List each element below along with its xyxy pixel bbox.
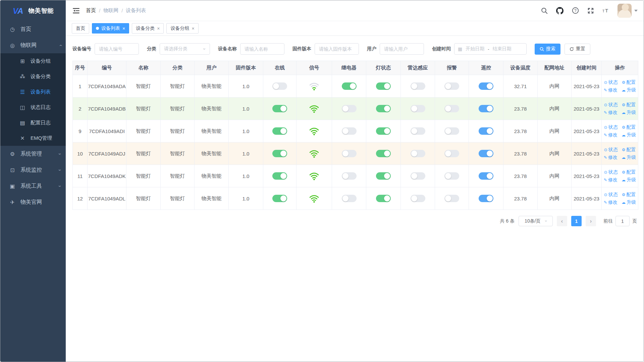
device-no-input[interactable] xyxy=(95,43,139,55)
config-link[interactable]: ⚙配置 xyxy=(622,169,636,175)
current-page-button[interactable]: 1 xyxy=(571,216,582,226)
remote-toggle[interactable] xyxy=(479,150,493,157)
github-icon[interactable] xyxy=(556,7,564,15)
font-size-icon[interactable]: TT xyxy=(602,7,610,15)
alarm-toggle[interactable] xyxy=(444,150,459,157)
status-link[interactable]: ⊙状态 xyxy=(604,169,618,175)
sidebar-item-system-monitor[interactable]: ⊡系统监控› xyxy=(0,162,66,178)
light-toggle[interactable] xyxy=(376,172,391,180)
upgrade-link[interactable]: ☁升级 xyxy=(622,177,636,183)
config-link[interactable]: ⚙配置 xyxy=(622,147,636,153)
goto-page-input[interactable] xyxy=(615,216,630,226)
light-toggle[interactable] xyxy=(376,195,391,202)
close-icon[interactable]: × xyxy=(122,26,125,31)
sidebar-item-status-log[interactable]: ◫状态日志 xyxy=(0,100,66,115)
light-toggle[interactable] xyxy=(376,127,391,135)
light-toggle[interactable] xyxy=(376,150,391,157)
sidebar-item-config-log[interactable]: ▤配置日志 xyxy=(0,115,66,130)
alarm-toggle[interactable] xyxy=(444,82,459,90)
sidebar-item-device-list[interactable]: ☰设备列表 xyxy=(0,84,66,100)
tag-device-category[interactable]: 设备分类× xyxy=(132,23,164,34)
sidebar-item-device-group[interactable]: ⊞设备分组 xyxy=(0,53,66,69)
config-link[interactable]: ⚙配置 xyxy=(622,124,636,130)
edit-link[interactable]: ✎修改 xyxy=(604,87,618,93)
sidebar-item-system-admin[interactable]: ⚙系统管理› xyxy=(0,146,66,162)
edit-link[interactable]: ✎修改 xyxy=(604,132,618,138)
radar-toggle[interactable] xyxy=(411,195,425,202)
search-icon[interactable] xyxy=(540,7,548,15)
tag-device-list[interactable]: 设备列表× xyxy=(92,23,129,34)
remote-toggle[interactable] xyxy=(479,127,493,135)
alarm-toggle[interactable] xyxy=(444,172,459,180)
search-button[interactable]: 搜索 xyxy=(535,44,560,55)
relay-toggle[interactable] xyxy=(342,105,357,112)
edit-link[interactable]: ✎修改 xyxy=(604,199,618,205)
status-link[interactable]: ⊙状态 xyxy=(604,102,618,108)
remote-toggle[interactable] xyxy=(479,105,493,112)
firmware-version-input[interactable] xyxy=(315,43,359,55)
relay-toggle[interactable] xyxy=(342,172,357,180)
breadcrumb-iot[interactable]: 物联网 xyxy=(103,7,118,14)
remote-toggle[interactable] xyxy=(479,195,493,202)
tag-device-group[interactable]: 设备分组× xyxy=(166,23,198,34)
app-logo[interactable]: V A 物美智能 xyxy=(0,0,66,21)
alarm-toggle[interactable] xyxy=(444,127,459,135)
sidebar-item-iot[interactable]: ◎物联网› xyxy=(0,37,66,53)
sidebar-item-official-site[interactable]: ✈物美官网 xyxy=(0,194,66,210)
radar-toggle[interactable] xyxy=(411,127,425,135)
online-toggle[interactable] xyxy=(272,82,287,90)
fullscreen-icon[interactable] xyxy=(587,7,595,15)
close-icon[interactable]: × xyxy=(157,26,160,31)
upgrade-link[interactable]: ☁升级 xyxy=(622,155,636,161)
status-link[interactable]: ⊙状态 xyxy=(604,79,618,85)
tag-home[interactable]: 首页 xyxy=(72,23,89,34)
status-link[interactable]: ⊙状态 xyxy=(604,124,618,130)
edit-link[interactable]: ✎修改 xyxy=(604,177,618,183)
sidebar-item-emq[interactable]: ✕EMQ管理 xyxy=(0,130,66,146)
radar-toggle[interactable] xyxy=(411,82,425,90)
radar-toggle[interactable] xyxy=(411,150,425,157)
radar-toggle[interactable] xyxy=(411,105,425,112)
sidebar-toggle-button[interactable] xyxy=(72,7,80,15)
next-page-button[interactable]: › xyxy=(586,216,596,226)
online-toggle[interactable] xyxy=(272,150,287,157)
category-select[interactable]: 请选择分类› xyxy=(160,43,210,55)
reset-button[interactable]: 重置 xyxy=(565,44,590,55)
config-link[interactable]: ⚙配置 xyxy=(622,102,636,108)
upgrade-link[interactable]: ☁升级 xyxy=(622,110,636,116)
sidebar-item-device-category[interactable]: ⁂设备分类 xyxy=(0,69,66,84)
close-icon[interactable]: × xyxy=(192,26,194,31)
avatar[interactable] xyxy=(618,4,632,18)
breadcrumb-home[interactable]: 首页 xyxy=(86,7,96,14)
status-link[interactable]: ⊙状态 xyxy=(604,192,618,198)
page-size-select[interactable]: 10条/页 › xyxy=(519,216,553,226)
sidebar-item-system-tools[interactable]: ▣系统工具› xyxy=(0,178,66,194)
alarm-toggle[interactable] xyxy=(444,195,459,202)
prev-page-button[interactable]: ‹ xyxy=(557,216,567,226)
online-toggle[interactable] xyxy=(272,172,287,180)
config-link[interactable]: ⚙配置 xyxy=(622,79,636,85)
upgrade-link[interactable]: ☁升级 xyxy=(622,199,636,205)
config-link[interactable]: ⚙配置 xyxy=(622,192,636,198)
date-range-picker[interactable]: ▦开始日期-结束日期 xyxy=(454,43,527,55)
help-icon[interactable]: ? xyxy=(571,7,579,15)
edit-link[interactable]: ✎修改 xyxy=(604,155,618,161)
relay-toggle[interactable] xyxy=(342,150,357,157)
remote-toggle[interactable] xyxy=(479,172,493,180)
status-link[interactable]: ⊙状态 xyxy=(604,147,618,153)
alarm-toggle[interactable] xyxy=(444,105,459,112)
device-name-input[interactable] xyxy=(240,43,284,55)
user-input[interactable] xyxy=(380,43,424,55)
light-toggle[interactable] xyxy=(376,105,391,112)
relay-toggle[interactable] xyxy=(342,195,357,202)
online-toggle[interactable] xyxy=(272,127,287,135)
online-toggle[interactable] xyxy=(272,105,287,112)
sidebar-item-home[interactable]: ◷首页 xyxy=(0,21,66,37)
edit-link[interactable]: ✎修改 xyxy=(604,110,618,116)
upgrade-link[interactable]: ☁升级 xyxy=(622,132,636,138)
relay-toggle[interactable] xyxy=(342,82,357,90)
user-menu[interactable] xyxy=(618,4,638,18)
radar-toggle[interactable] xyxy=(411,172,425,180)
remote-toggle[interactable] xyxy=(479,82,493,90)
online-toggle[interactable] xyxy=(272,195,287,202)
